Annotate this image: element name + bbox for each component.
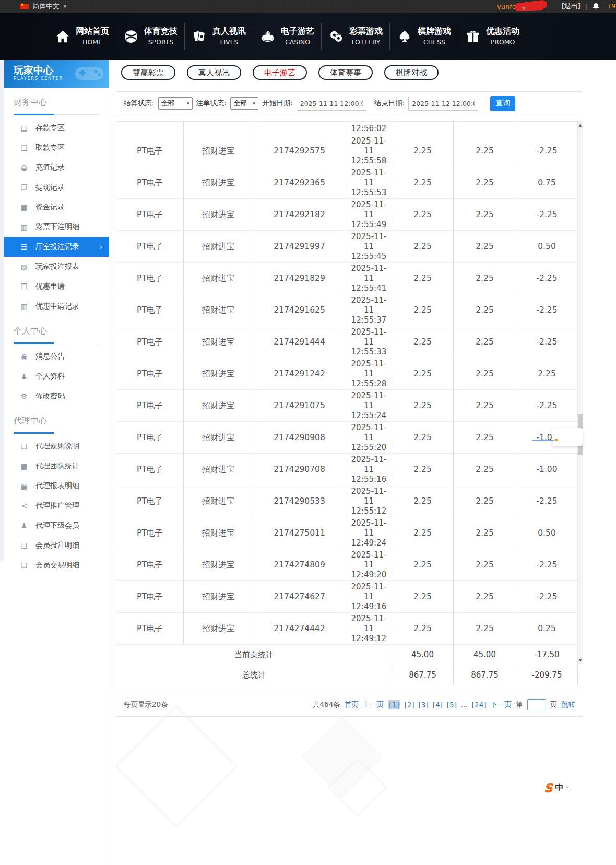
sidebar-item-label: 代理下级会员: [35, 521, 79, 530]
sidebar-item-label: 优惠申请记录: [35, 302, 79, 311]
order-status-label: 注单状态:: [196, 99, 227, 108]
players-center-header: 玩家中心 PLAYERS CENTER: [4, 60, 109, 88]
watermark-shape: [115, 705, 237, 827]
total-summary-win: -209.75: [516, 665, 578, 685]
section-heading-personal: 个人中心: [14, 326, 99, 343]
page-number-link[interactable]: [4]: [433, 701, 443, 709]
main-content: 雙赢彩票 真人视讯 电子游艺 体育赛事 棋牌对战 结算状态: 全部 ▾ 注单状态…: [116, 60, 583, 717]
nav-item-lottery[interactable]: 彩票游戏LOTTERY: [322, 22, 389, 51]
ime-punct-label: °,: [566, 785, 571, 791]
cell-date-line: 2025-11-11: [346, 487, 392, 506]
sidebar-item[interactable]: ❏ 代理规则说明: [4, 436, 109, 456]
page-number-link[interactable]: [2]: [404, 701, 414, 709]
cell-bet: 2.25: [392, 263, 454, 294]
notice-link[interactable]: （9）新消息: [605, 2, 616, 11]
sidebar-item[interactable]: ▦ 资金记录: [4, 197, 109, 217]
page-number-link[interactable]: [5]: [447, 701, 457, 709]
nav-label-zh: 真人视讯: [212, 26, 246, 36]
last-page-link[interactable]: [24]: [472, 701, 487, 709]
withdraw-record-icon: ❐: [20, 183, 28, 192]
first-page-link[interactable]: 首页: [345, 700, 359, 709]
prev-page-link[interactable]: 上一页: [363, 700, 384, 709]
bell-icon[interactable]: [592, 3, 600, 10]
tab-pill[interactable]: 棋牌对战: [384, 65, 439, 80]
sidebar-item[interactable]: ❐ 提现记录: [4, 177, 109, 197]
table-scrollbar[interactable]: ▲ ▼: [577, 121, 583, 664]
cell-time-line: 12:49:24: [346, 538, 392, 548]
cell-win: -2.25: [516, 485, 578, 517]
nav-item-sports[interactable]: 体育竞技SPORTS: [116, 22, 184, 51]
cell-time-line: 12:55:12: [346, 506, 392, 516]
sidebar-item[interactable]: ◉ 消息公告: [4, 347, 109, 366]
nav-item-promo[interactable]: 优惠活动PROMO: [458, 22, 526, 51]
next-page-link[interactable]: 下一页: [491, 700, 512, 709]
cell-game: 招财进宝: [184, 263, 253, 294]
sidebar-item[interactable]: ▧ 玩家投注报表: [4, 257, 109, 277]
tab-pill[interactable]: 真人视讯: [187, 65, 241, 80]
sidebar-item[interactable]: ❒ 优惠申请: [4, 277, 109, 297]
sports-ball-icon: [123, 29, 139, 44]
sidebar-item-label: 厅室投注记录: [35, 242, 79, 252]
jump-page-input[interactable]: [527, 699, 546, 710]
sidebar-item[interactable]: ❏ 会员交易明细: [4, 555, 109, 575]
sidebar-item[interactable]: ⚙ 修改密码: [4, 386, 109, 406]
sidebar-item[interactable]: ▥ 优惠申请记录: [4, 297, 109, 316]
cell-valid: 2.25: [454, 517, 516, 549]
order-status-select[interactable]: 全部 ▾: [230, 97, 258, 110]
page-summary-label: 当前页统计: [116, 645, 392, 665]
search-button[interactable]: 查询: [490, 96, 515, 111]
cell-valid: 2.25: [454, 581, 516, 613]
nav-item-home[interactable]: 网站首页HOME: [48, 22, 116, 51]
nav-item-lives[interactable]: 真人视讯LIVES: [185, 22, 253, 51]
page-number-link[interactable]: [1]: [388, 700, 400, 709]
scroll-down-arrow-icon[interactable]: ▼: [578, 657, 583, 663]
cell-date-line: 2025-11-11: [346, 614, 392, 634]
cell-win: -2.25: [516, 326, 578, 358]
start-date-input[interactable]: [297, 97, 366, 111]
table-row: PT电子 招财进宝 2174291242 2025-11-11 12:55:28…: [116, 358, 578, 390]
sidebar-item[interactable]: ▤ 存款专区: [4, 118, 109, 138]
cell-game: 招财进宝: [184, 358, 253, 390]
cell-time-line: 12:55:58: [346, 156, 392, 166]
language-switcher[interactable]: 简体中文 ▼: [20, 0, 67, 13]
table-row: PT电子 招财进宝 2174291625 2025-11-11 12:55:37…: [116, 294, 578, 326]
cards-icon: [192, 29, 207, 44]
nav-item-casino[interactable]: 电子游艺CASINO: [253, 22, 321, 51]
cell-win: -2.25: [516, 263, 578, 294]
profile-icon: ♟: [20, 372, 28, 381]
tab-pill[interactable]: 雙赢彩票: [121, 65, 175, 80]
cell-time-line: 12:55:24: [346, 411, 392, 421]
cell-game: 招财进宝: [184, 294, 253, 326]
lottery-bet-detail-icon: ▥: [20, 223, 28, 231]
nav-item-chess[interactable]: 棋牌游戏CHESS: [390, 22, 458, 51]
cell-date-line: 2025-11-11: [346, 391, 392, 411]
tab-pill[interactable]: 体育赛事: [318, 65, 373, 80]
sidebar-item[interactable]: ▦ 代理团队统计: [4, 456, 109, 476]
jump-button[interactable]: 跳转: [561, 700, 575, 709]
scroll-up-arrow-icon[interactable]: ▲: [578, 122, 583, 128]
tab-pill[interactable]: 电子游艺: [253, 65, 307, 80]
sidebar-item[interactable]: ☰ 厅室投注记录 ›: [4, 237, 109, 257]
sidebar-item[interactable]: ♟ 代理下级会员: [4, 516, 109, 536]
sidebar-item[interactable]: ▥ 彩票下注明细: [4, 217, 109, 237]
ime-toolbar[interactable]: S 中 °,: [544, 780, 571, 796]
sidebar-item[interactable]: ❏ 会员投注明细: [4, 536, 109, 555]
sidebar-item[interactable]: < 代理推广管理: [4, 496, 109, 516]
nav-label-en: PROMO: [491, 38, 515, 46]
settle-status-select[interactable]: 全部 ▾: [158, 97, 193, 110]
cell-win: -2.25: [516, 294, 578, 326]
nav-label-zh: 体育竞技: [144, 26, 177, 36]
logout-link[interactable]: [退出]: [562, 2, 581, 11]
sidebar-item-label: 代理规则说明: [35, 442, 79, 451]
nav-label-en: HOME: [82, 38, 102, 46]
page-number-link[interactable]: [3]: [419, 701, 429, 709]
cell-order-id: 2174291829: [253, 263, 346, 294]
cell-bet: 2.25: [392, 358, 454, 390]
sidebar-item[interactable]: ▦ 代理报表明细: [4, 476, 109, 496]
sidebar-item[interactable]: ❑ 取款专区: [4, 138, 109, 158]
end-date-input[interactable]: [408, 97, 478, 111]
sidebar-item[interactable]: ♟ 个人资料: [4, 366, 109, 386]
username-menu[interactable]: yunfe ▼: [497, 3, 557, 10]
sidebar-item[interactable]: ◒ 充值记录: [4, 158, 109, 177]
page-summary-bet: 45.00: [392, 645, 454, 665]
